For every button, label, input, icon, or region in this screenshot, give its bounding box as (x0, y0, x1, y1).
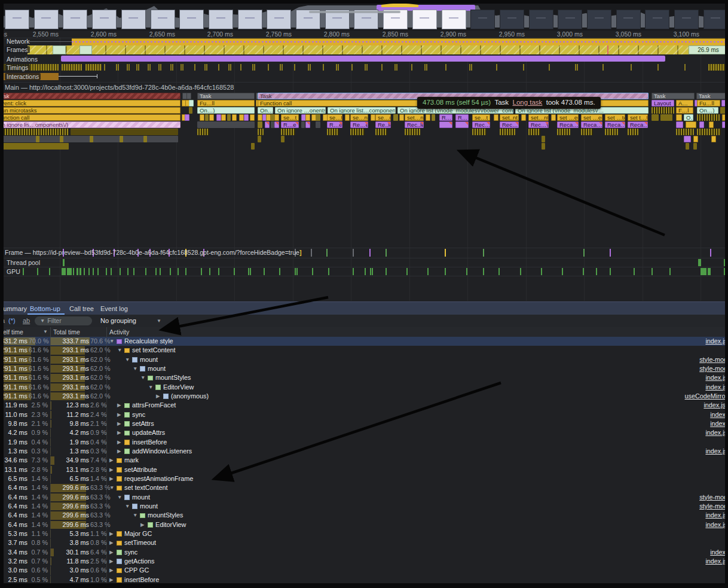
flame-fragment[interactable] (405, 129, 420, 135)
flame-fragment[interactable] (494, 114, 498, 121)
flame-entry[interactable]: set…nt (405, 114, 424, 121)
overview-scroll-handle[interactable] (309, 11, 400, 13)
expanded-arrow-icon[interactable]: ▼ (140, 373, 145, 382)
table-row[interactable]: 1.3 ms0.3 %1.3 ms0.3 %▶addWindowListener… (0, 447, 728, 456)
collapsed-arrow-icon[interactable]: ▶ (117, 447, 121, 456)
column-divider[interactable] (50, 327, 51, 337)
flame-entry[interactable]: Task (0, 93, 181, 99)
table-row[interactable]: 291.1 ms61.6 %293.1 ms62.0 %▼mountstyle-… (0, 355, 728, 364)
flame-fragment[interactable] (722, 114, 727, 121)
flame-fragment[interactable] (542, 136, 545, 142)
filmstrip-thumbnail[interactable] (151, 10, 175, 29)
flame-entry[interactable]: se…t (472, 114, 490, 121)
flame-fragment[interactable] (36, 136, 39, 142)
flame-fragment[interactable] (316, 114, 320, 121)
flame-entry[interactable]: Fu…ll (697, 100, 720, 106)
flame-entry[interactable]: set …tent (605, 114, 625, 121)
flame-fragment[interactable] (189, 100, 194, 106)
flame-entry[interactable]: On ignore list…components\/) (328, 107, 396, 114)
whole-word-toggle[interactable]: ab (23, 315, 30, 327)
expanded-arrow-icon[interactable]: ▼ (125, 502, 130, 511)
match-case-toggle[interactable]: a (1, 315, 5, 327)
flame-fragment[interactable] (239, 114, 244, 121)
collapsed-arrow-icon[interactable]: ▶ (140, 520, 145, 529)
collapsed-arrow-icon[interactable]: ▶ (109, 538, 114, 547)
table-row[interactable]: 6.4 ms1.4 %299.6 ms63.3 %▼set textConten… (0, 483, 728, 492)
flame-entry[interactable]: On…) (197, 107, 255, 114)
flame-entry[interactable]: Rec…yle (528, 121, 549, 128)
collapsed-arrow-icon[interactable]: ▶ (117, 419, 121, 428)
collapsed-arrow-icon[interactable]: ▶ (117, 428, 121, 437)
flame-fragment[interactable] (581, 129, 593, 135)
filter-input[interactable]: ▼ Filter (35, 316, 92, 325)
flame-fragment[interactable] (722, 121, 727, 128)
flame-fragment[interactable] (472, 129, 487, 135)
flame-fragment[interactable] (720, 107, 727, 114)
flame-fragment[interactable] (676, 129, 694, 135)
filmstrip-thumbnail[interactable] (412, 10, 437, 29)
total-time-column-header[interactable]: Total time (53, 327, 80, 337)
flame-fragment[interactable] (345, 114, 350, 121)
table-row[interactable]: 11.9 ms2.5 %12.3 ms2.6 %▶attrsFromFaceti… (0, 401, 728, 410)
filmstrip-thumbnail[interactable] (703, 10, 728, 29)
flame-fragment[interactable] (0, 143, 69, 150)
flame-fragment[interactable] (709, 121, 714, 128)
flame-fragment[interactable] (500, 129, 515, 135)
filmstrip-thumbnail[interactable] (674, 10, 699, 29)
flame-fragment[interactable] (676, 121, 683, 128)
flame-entry[interactable]: Reca…yle (581, 121, 602, 128)
flame-entry[interactable]: Re..le (375, 121, 391, 128)
flame-entry[interactable]: O… (684, 114, 693, 121)
flame-entry[interactable]: Rec..le (405, 121, 424, 128)
source-link[interactable]: index. (710, 548, 727, 557)
flame-entry[interactable]: R…e (281, 121, 299, 128)
filmstrip-thumbnail[interactable] (470, 10, 495, 29)
flame-fragment[interactable] (551, 114, 556, 121)
flame-fragment[interactable] (185, 114, 189, 121)
collapsed-arrow-icon[interactable]: ▶ (109, 474, 114, 483)
sort-descending-icon[interactable]: ▼ (43, 327, 48, 337)
tab-event-log[interactable]: Event log (98, 302, 130, 315)
flame-fragment[interactable] (186, 93, 191, 99)
flame-entry[interactable]: set..nt (500, 114, 519, 121)
flame-fragment[interactable] (439, 121, 452, 128)
expanded-arrow-icon[interactable]: ▼ (117, 346, 122, 355)
filmstrip-thumbnail[interactable] (63, 10, 87, 29)
flame-fragment[interactable] (301, 121, 305, 128)
filmstrip-thumbnail[interactable] (5, 10, 29, 29)
flame-fragment[interactable] (697, 129, 721, 135)
flame-fragment[interactable] (200, 114, 204, 121)
flame-fragment[interactable] (281, 129, 295, 135)
table-row[interactable]: 2.5 ms0.5 %4.7 ms1.0 %▶insertBefore (0, 575, 728, 584)
flame-entry[interactable]: Rec…yle (500, 121, 519, 128)
flame-fragment[interactable] (542, 143, 545, 150)
source-link[interactable]: style-mod (699, 502, 727, 511)
long-task-link[interactable]: Long task (512, 99, 542, 106)
flame-fragment[interactable] (60, 136, 63, 142)
tab-summary[interactable]: Summary (0, 302, 29, 315)
flame-entry[interactable]: set t…tent (628, 114, 648, 121)
flame-fragment[interactable] (274, 121, 279, 128)
main-thread-title[interactable]: Main — http://localhost:3000/projects/bd… (5, 84, 234, 91)
flame-entry[interactable]: se…t (327, 114, 342, 121)
flame-fragment[interactable] (371, 114, 375, 121)
table-row[interactable]: 331.2 ms70.0 %333.7 ms70.6 %▼Recalculate… (0, 337, 728, 346)
flame-fragment[interactable] (393, 114, 398, 121)
flame-entry[interactable]: se…nt (350, 114, 368, 121)
table-row[interactable]: 291.1 ms61.6 %293.1 ms62.0 %▶(anonymous)… (0, 392, 728, 401)
flame-fragment[interactable] (426, 114, 430, 121)
flame-entry[interactable]: set …ent (557, 114, 579, 121)
filmstrip-thumbnail[interactable] (238, 10, 262, 29)
table-row[interactable]: 3.2 ms0.7 %11.8 ms2.5 %▶getActionsindex.… (0, 557, 728, 566)
table-row[interactable]: 6.4 ms1.4 %299.6 ms63.3 %▶EditorViewinde… (0, 520, 728, 529)
source-link[interactable]: index.js: (703, 401, 727, 410)
timeline-overview[interactable] (0, 0, 728, 31)
flame-fragment[interactable] (699, 121, 704, 128)
flame-entry[interactable]: set…nt (528, 114, 549, 121)
frame-good-segment[interactable] (79, 45, 92, 54)
tab-call-tree[interactable]: Call tree (67, 302, 96, 315)
flame-fragment[interactable] (265, 121, 270, 128)
timings-track[interactable] (0, 63, 728, 71)
animations-track-bar[interactable] (61, 56, 665, 62)
table-row[interactable]: 291.1 ms61.6 %293.1 ms62.0 %▼EditorViewi… (0, 383, 728, 392)
